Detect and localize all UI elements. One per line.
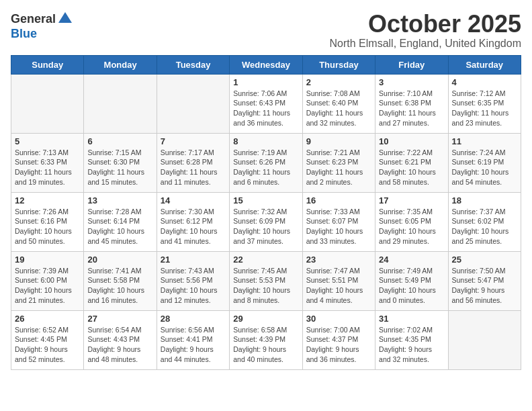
day-info: Sunrise: 7:08 AM Sunset: 6:40 PM Dayligh…: [306, 89, 371, 128]
calendar-cell: 19Sunrise: 7:39 AM Sunset: 6:00 PM Dayli…: [11, 251, 84, 310]
day-number: 1: [233, 77, 298, 87]
day-info: Sunrise: 7:35 AM Sunset: 6:05 PM Dayligh…: [379, 207, 444, 246]
logo-icon: [57, 11, 73, 27]
day-header-tuesday: Tuesday: [157, 55, 229, 74]
day-info: Sunrise: 7:10 AM Sunset: 6:38 PM Dayligh…: [379, 89, 444, 128]
day-header-friday: Friday: [375, 55, 448, 74]
day-info: Sunrise: 7:45 AM Sunset: 5:53 PM Dayligh…: [233, 266, 298, 306]
logo-blue-text: Blue: [11, 27, 37, 41]
calendar-cell: 3Sunrise: 7:10 AM Sunset: 6:38 PM Daylig…: [375, 74, 448, 133]
day-number: 21: [161, 255, 226, 265]
day-header-thursday: Thursday: [302, 55, 375, 74]
month-title: October 2025: [330, 11, 521, 38]
day-number: 30: [306, 314, 371, 324]
day-info: Sunrise: 7:50 AM Sunset: 5:47 PM Dayligh…: [452, 266, 517, 306]
calendar-cell: 21Sunrise: 7:43 AM Sunset: 5:56 PM Dayli…: [157, 251, 229, 310]
calendar-week-2: 5Sunrise: 7:13 AM Sunset: 6:33 PM Daylig…: [11, 133, 521, 192]
day-info: Sunrise: 7:30 AM Sunset: 6:12 PM Dayligh…: [161, 207, 226, 246]
day-info: Sunrise: 7:13 AM Sunset: 6:33 PM Dayligh…: [15, 148, 80, 187]
calendar-cell: 25Sunrise: 7:50 AM Sunset: 5:47 PM Dayli…: [448, 251, 521, 310]
calendar-table: SundayMondayTuesdayWednesdayThursdayFrid…: [11, 55, 521, 370]
day-number: 4: [452, 77, 517, 87]
day-number: 6: [87, 136, 152, 146]
day-header-monday: Monday: [84, 55, 157, 74]
day-number: 7: [161, 136, 226, 146]
day-number: 2: [306, 77, 371, 87]
day-number: 23: [306, 255, 371, 265]
calendar-cell: 13Sunrise: 7:28 AM Sunset: 6:14 PM Dayli…: [84, 192, 157, 251]
day-info: Sunrise: 7:06 AM Sunset: 6:43 PM Dayligh…: [233, 89, 298, 128]
calendar-cell: [84, 74, 157, 133]
day-info: Sunrise: 7:24 AM Sunset: 6:19 PM Dayligh…: [452, 148, 517, 187]
day-number: 12: [15, 195, 80, 205]
calendar-week-5: 26Sunrise: 6:52 AM Sunset: 4:45 PM Dayli…: [11, 310, 521, 369]
logo-general-text: General: [11, 12, 56, 26]
day-info: Sunrise: 6:56 AM Sunset: 4:41 PM Dayligh…: [161, 325, 226, 365]
calendar-cell: 14Sunrise: 7:30 AM Sunset: 6:12 PM Dayli…: [157, 192, 229, 251]
day-info: Sunrise: 7:00 AM Sunset: 4:37 PM Dayligh…: [306, 325, 371, 365]
day-header-saturday: Saturday: [448, 55, 521, 74]
calendar-cell: 22Sunrise: 7:45 AM Sunset: 5:53 PM Dayli…: [230, 251, 302, 310]
day-info: Sunrise: 7:17 AM Sunset: 6:28 PM Dayligh…: [161, 148, 226, 187]
day-info: Sunrise: 7:21 AM Sunset: 6:23 PM Dayligh…: [306, 148, 371, 187]
day-number: 14: [161, 195, 226, 205]
day-info: Sunrise: 6:54 AM Sunset: 4:43 PM Dayligh…: [87, 325, 152, 365]
calendar-cell: 7Sunrise: 7:17 AM Sunset: 6:28 PM Daylig…: [157, 133, 229, 192]
calendar-cell: 29Sunrise: 6:58 AM Sunset: 4:39 PM Dayli…: [230, 310, 302, 369]
day-number: 26: [15, 314, 80, 324]
day-number: 17: [379, 195, 444, 205]
calendar-cell: 1Sunrise: 7:06 AM Sunset: 6:43 PM Daylig…: [230, 74, 302, 133]
day-info: Sunrise: 7:02 AM Sunset: 4:35 PM Dayligh…: [379, 325, 444, 365]
day-number: 29: [233, 314, 298, 324]
day-number: 22: [233, 255, 298, 265]
calendar-header-row: SundayMondayTuesdayWednesdayThursdayFrid…: [11, 55, 521, 74]
day-info: Sunrise: 7:22 AM Sunset: 6:21 PM Dayligh…: [379, 148, 444, 187]
calendar-cell: [157, 74, 229, 133]
calendar-cell: 12Sunrise: 7:26 AM Sunset: 6:16 PM Dayli…: [11, 192, 84, 251]
calendar-cell: 28Sunrise: 6:56 AM Sunset: 4:41 PM Dayli…: [157, 310, 229, 369]
calendar-cell: 24Sunrise: 7:49 AM Sunset: 5:49 PM Dayli…: [375, 251, 448, 310]
calendar-cell: 9Sunrise: 7:21 AM Sunset: 6:23 PM Daylig…: [302, 133, 375, 192]
calendar-week-3: 12Sunrise: 7:26 AM Sunset: 6:16 PM Dayli…: [11, 192, 521, 251]
day-info: Sunrise: 7:37 AM Sunset: 6:02 PM Dayligh…: [452, 207, 517, 246]
day-number: 16: [306, 195, 371, 205]
day-number: 11: [452, 136, 517, 146]
day-info: Sunrise: 7:33 AM Sunset: 6:07 PM Dayligh…: [306, 207, 371, 246]
day-info: Sunrise: 7:47 AM Sunset: 5:51 PM Dayligh…: [306, 266, 371, 306]
day-number: 28: [161, 314, 226, 324]
calendar-cell: 30Sunrise: 7:00 AM Sunset: 4:37 PM Dayli…: [302, 310, 375, 369]
title-section: October 2025 North Elmsall, England, Uni…: [330, 11, 521, 50]
logo: General Blue: [11, 11, 73, 41]
day-header-wednesday: Wednesday: [230, 55, 302, 74]
calendar-cell: 27Sunrise: 6:54 AM Sunset: 4:43 PM Dayli…: [84, 310, 157, 369]
day-info: Sunrise: 7:28 AM Sunset: 6:14 PM Dayligh…: [87, 207, 152, 246]
day-info: Sunrise: 6:58 AM Sunset: 4:39 PM Dayligh…: [233, 325, 298, 365]
day-number: 8: [233, 136, 298, 146]
calendar-cell: 26Sunrise: 6:52 AM Sunset: 4:45 PM Dayli…: [11, 310, 84, 369]
calendar-cell: [11, 74, 84, 133]
calendar-week-4: 19Sunrise: 7:39 AM Sunset: 6:00 PM Dayli…: [11, 251, 521, 310]
calendar-cell: 17Sunrise: 7:35 AM Sunset: 6:05 PM Dayli…: [375, 192, 448, 251]
day-info: Sunrise: 7:39 AM Sunset: 6:00 PM Dayligh…: [15, 266, 80, 306]
page-header: General Blue October 2025 North Elmsall,…: [11, 11, 521, 50]
day-number: 3: [379, 77, 444, 87]
calendar-cell: 18Sunrise: 7:37 AM Sunset: 6:02 PM Dayli…: [448, 192, 521, 251]
day-number: 27: [87, 314, 152, 324]
day-info: Sunrise: 7:32 AM Sunset: 6:09 PM Dayligh…: [233, 207, 298, 246]
day-info: Sunrise: 7:49 AM Sunset: 5:49 PM Dayligh…: [379, 266, 444, 306]
day-number: 18: [452, 195, 517, 205]
calendar-cell: 10Sunrise: 7:22 AM Sunset: 6:21 PM Dayli…: [375, 133, 448, 192]
day-number: 31: [379, 314, 444, 324]
calendar-cell: 23Sunrise: 7:47 AM Sunset: 5:51 PM Dayli…: [302, 251, 375, 310]
day-number: 24: [379, 255, 444, 265]
calendar-week-1: 1Sunrise: 7:06 AM Sunset: 6:43 PM Daylig…: [11, 74, 521, 133]
day-info: Sunrise: 7:43 AM Sunset: 5:56 PM Dayligh…: [161, 266, 226, 306]
day-number: 13: [87, 195, 152, 205]
day-info: Sunrise: 7:41 AM Sunset: 5:58 PM Dayligh…: [87, 266, 152, 306]
calendar-cell: 15Sunrise: 7:32 AM Sunset: 6:09 PM Dayli…: [230, 192, 302, 251]
calendar-cell: 2Sunrise: 7:08 AM Sunset: 6:40 PM Daylig…: [302, 74, 375, 133]
svg-marker-0: [58, 12, 72, 23]
calendar-cell: [448, 310, 521, 369]
calendar-cell: 31Sunrise: 7:02 AM Sunset: 4:35 PM Dayli…: [375, 310, 448, 369]
location-title: North Elmsall, England, United Kingdom: [330, 38, 521, 50]
